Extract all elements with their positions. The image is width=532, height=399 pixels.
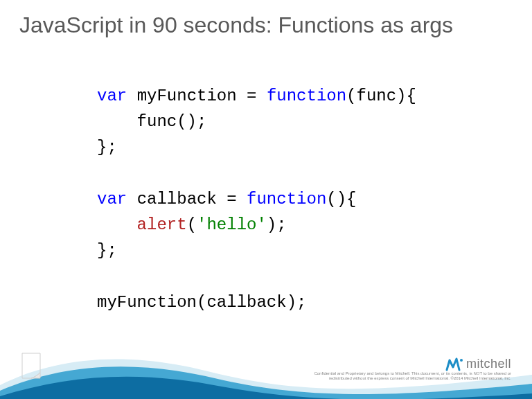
logo-text: mitchell	[466, 357, 511, 371]
indent	[97, 112, 137, 131]
call: myFunction	[97, 293, 197, 312]
string-literal: 'hello'	[197, 215, 267, 234]
punct: );	[287, 293, 307, 312]
indent	[97, 215, 137, 234]
operator: =	[237, 87, 267, 105]
punct: (	[187, 215, 197, 234]
identifier: myFunction	[137, 87, 237, 105]
operator: =	[217, 190, 247, 209]
param: func	[357, 87, 397, 105]
punct: (){	[326, 190, 356, 209]
keyword-function: function	[267, 87, 346, 105]
identifier: callback	[137, 190, 217, 209]
alert-call: alert	[137, 215, 187, 234]
svg-point-0	[460, 359, 463, 362]
call: func	[137, 112, 177, 131]
punct: (	[346, 87, 356, 105]
arg: callback	[206, 293, 286, 312]
punct: };	[97, 241, 117, 260]
keyword-function: function	[247, 190, 326, 209]
punct: ();	[177, 112, 206, 131]
footer-disclaimer: Confidential and Proprietary and belongs…	[303, 371, 511, 381]
brand-logo: mitchell	[445, 357, 511, 371]
punct: };	[97, 138, 117, 157]
punct: (	[197, 293, 206, 312]
page-marker-icon	[19, 352, 43, 380]
keyword-var: var	[97, 190, 127, 209]
punct: );	[267, 215, 287, 234]
slide: JavaScript in 90 seconds: Functions as a…	[0, 0, 532, 399]
keyword-var: var	[97, 87, 127, 105]
punct: ){	[396, 87, 416, 105]
code-block: var myFunction = function(func){ func();…	[97, 83, 416, 315]
slide-title: JavaScript in 90 seconds: Functions as a…	[19, 12, 453, 38]
logo-mark-icon	[445, 357, 463, 371]
